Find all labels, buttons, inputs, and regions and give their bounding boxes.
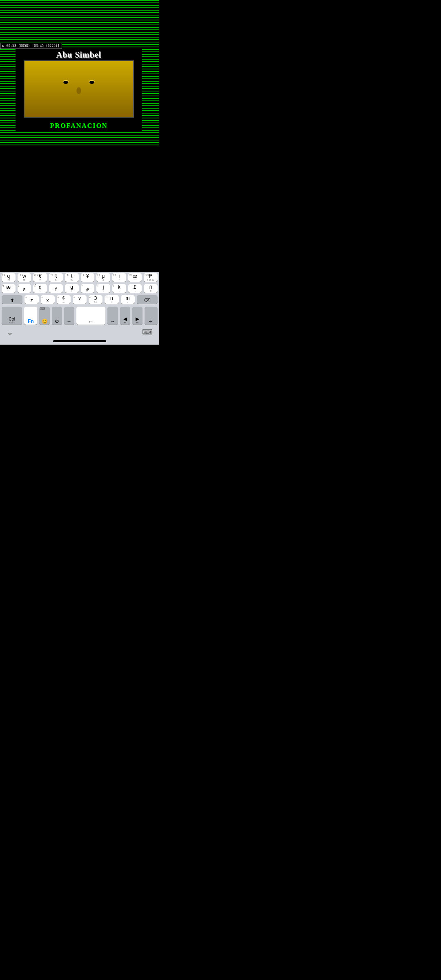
keyboard-row-1: F1 q Ins ~ F2 w @ ¡ F3 € # F4 ₹ $ F5 t: [0, 272, 159, 283]
keyboard-hide-button[interactable]: ⌄: [7, 327, 13, 337]
game-inner: Abu Simbel ProfanacioN: [16, 48, 142, 132]
key-backspace[interactable]: ⌫: [137, 295, 158, 304]
keyboard-utility-row: ⌄ ⌨: [0, 326, 159, 339]
key-t[interactable]: F5 t ‰: [65, 273, 79, 282]
keyboard-row-4: Ctrl πλ∇¬ Fn ⌨ 😊 ⚙ ← ⌐: [0, 305, 159, 326]
key-q[interactable]: F1 q Ins: [2, 273, 16, 282]
key-ctrl[interactable]: Ctrl πλ∇¬: [2, 307, 22, 325]
key-enter[interactable]: ↵: [145, 307, 158, 325]
key-settings[interactable]: ⚙: [52, 307, 62, 325]
key-f[interactable]: f: [49, 284, 63, 293]
key-x[interactable]: » x: [41, 295, 55, 304]
key-u[interactable]: F7 μ &: [96, 273, 110, 282]
key-emoji[interactable]: ⌨ 😊: [39, 307, 49, 325]
keyboard-toggle-button[interactable]: ⌨: [142, 327, 153, 336]
key-y[interactable]: F6 ¥ ¬: [81, 273, 95, 282]
game-canvas: Abu Simbel ProfanacioN: [16, 48, 142, 132]
game-subtitle: ProfanacioN: [16, 122, 142, 129]
home-bar: [53, 340, 106, 342]
pharaoh-area: [24, 60, 134, 118]
key-shift[interactable]: ⬆: [2, 295, 22, 304]
app-layout: ▶ 00:58 (0058) [03:45 (0225)] Abu Simbel…: [0, 0, 159, 345]
key-nav-left[interactable]: ◀ ⏮: [120, 307, 130, 325]
key-p[interactable]: F10 ₱ F1F12: [144, 273, 158, 282]
key-e[interactable]: ¡ F3 € #: [33, 273, 47, 282]
key-arrow-right[interactable]: →: [107, 307, 118, 325]
key-c[interactable]: « ¢ …: [57, 295, 71, 304]
key-s[interactable]: ¡ s: [18, 284, 31, 293]
key-a[interactable]: \t æ `: [2, 284, 16, 293]
key-j[interactable]: ◌̈ j ‹: [96, 284, 110, 293]
key-z[interactable]: « z: [24, 295, 38, 304]
key-d[interactable]: ◌̊ d ◌́: [33, 284, 47, 293]
key-h[interactable]: ≈ ɇ: [81, 284, 95, 293]
key-b[interactable]: ¿ ₿ / ¿: [89, 295, 102, 304]
status-text: ▶ 00:58 (0058) [03:45 (0225)]: [2, 44, 60, 48]
key-k[interactable]: ¦ k ›: [112, 284, 126, 293]
key-i[interactable]: F8 i °: [112, 273, 126, 282]
key-nav-right[interactable]: ▶ ⏭: [132, 307, 143, 325]
key-arrow-left[interactable]: ←: [64, 307, 74, 325]
key-fn[interactable]: Fn: [24, 307, 37, 325]
home-indicator-row: [0, 339, 159, 345]
pharaoh-face: [24, 61, 133, 117]
key-l[interactable]: · £ \: [128, 284, 142, 293]
key-w[interactable]: ~ F2 w @: [18, 273, 31, 282]
key-o[interactable]: F9 œ " ": [128, 273, 142, 282]
keyboard-row-3: ⬆ « z » x « ¢ … » v ·: [0, 294, 159, 305]
key-n[interactable]: ◌̃ n ;: [105, 295, 118, 304]
key-semicolon[interactable]: ñ ç: [144, 284, 158, 293]
key-v[interactable]: » v ·: [73, 295, 87, 304]
game-title: Abu Simbel: [16, 50, 142, 60]
status-bar: ▶ 00:58 (0058) [03:45 (0225)]: [0, 43, 62, 49]
key-r[interactable]: F4 ₹ $: [49, 273, 63, 282]
keyboard-row-2: \t æ ` ¡ s ◌̊ d ◌́ f − g +: [0, 283, 159, 294]
key-space[interactable]: ⌐: [76, 307, 106, 325]
emulator-screen: ▶ 00:58 (0058) [03:45 (0225)] Abu Simbel…: [0, 0, 159, 147]
below-screen: [0, 147, 159, 220]
key-g[interactable]: − g +: [65, 284, 79, 293]
key-m[interactable]: : m ,: [121, 295, 135, 304]
keyboard: F1 q Ins ~ F2 w @ ¡ F3 € # F4 ₹ $ F5 t: [0, 272, 159, 345]
